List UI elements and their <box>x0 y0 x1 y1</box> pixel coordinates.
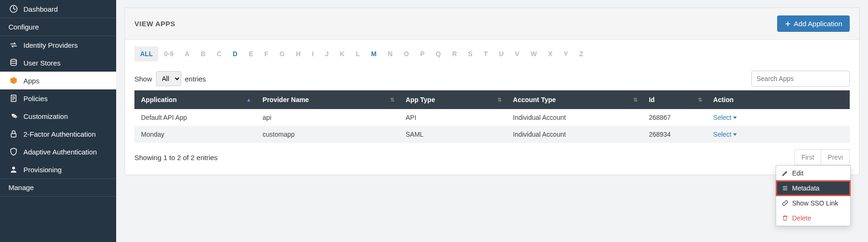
sidebar-item-2fa[interactable]: 2-Factor Authentication <box>0 125 116 143</box>
dropdown-delete[interactable]: Delete <box>776 211 850 226</box>
alpha-m[interactable]: M <box>365 46 382 61</box>
alpha-q[interactable]: Q <box>430 46 446 61</box>
alpha-j[interactable]: J <box>319 46 334 61</box>
sidebar-item-apps[interactable]: Apps <box>0 72 116 89</box>
wrench-icon <box>8 112 19 120</box>
alpha-i[interactable]: I <box>306 46 319 61</box>
cell-account-type: Individual Account <box>506 109 642 126</box>
cube-icon <box>8 76 19 85</box>
alpha-t[interactable]: T <box>478 46 494 61</box>
entries-select[interactable]: All <box>156 71 181 86</box>
user-icon <box>8 165 19 174</box>
list-icon <box>782 185 788 191</box>
cell-provider: api <box>256 109 399 126</box>
sidebar-item-label: User Stores <box>23 59 60 67</box>
alpha-s[interactable]: S <box>462 46 478 61</box>
link-icon <box>782 200 788 206</box>
dropdown-show-sso[interactable]: Show SSO Link <box>776 196 850 211</box>
sidebar-item-label: Dashboard <box>23 5 58 13</box>
action-dropdown: Edit Metadata Show SSO Link <box>776 165 851 226</box>
col-id[interactable]: Id ⇅ <box>642 90 706 109</box>
table-row: Monday customapp SAML Individual Account… <box>134 126 850 143</box>
dropdown-edit[interactable]: Edit <box>776 166 850 181</box>
alpha-filter: ALL 0-9 A B C D E F G H I J K L M N O <box>134 46 850 61</box>
alpha-x[interactable]: X <box>542 46 558 61</box>
search-box <box>751 71 850 87</box>
col-provider[interactable]: Provider Name ⇅ <box>256 90 399 109</box>
col-app-type[interactable]: App Type ⇅ <box>399 90 506 109</box>
caret-down-icon <box>733 133 737 136</box>
sidebar-item-label: Customization <box>23 112 68 120</box>
pager-first[interactable]: First <box>794 149 821 165</box>
sidebar-item-user-stores[interactable]: User Stores <box>0 54 116 72</box>
show-label: Show <box>134 75 152 83</box>
cell-provider: customapp <box>256 126 399 143</box>
dropdown-metadata[interactable]: Metadata <box>776 181 850 196</box>
sidebar-item-label: Adaptive Authentication <box>23 148 97 156</box>
add-application-label: Add Application <box>794 20 842 28</box>
sort-icon: ⇅ <box>698 97 702 103</box>
alpha-c[interactable]: C <box>211 46 227 61</box>
apps-table: Application ▲ Provider Name ⇅ App Type ⇅ <box>134 90 850 143</box>
sidebar-section-manage: Manage <box>0 178 116 197</box>
cell-application: Monday <box>134 126 256 143</box>
select-action[interactable]: Select <box>713 114 737 121</box>
alpha-n[interactable]: N <box>382 46 398 61</box>
cell-id: 268867 <box>642 109 706 126</box>
alpha-l[interactable]: L <box>350 46 366 61</box>
svg-rect-6 <box>11 133 16 137</box>
sidebar-item-provisioning[interactable]: Provisioning <box>0 161 116 178</box>
sidebar-section-configure: Configure <box>0 18 116 36</box>
select-action[interactable]: Select <box>713 131 737 138</box>
sidebar-item-label: Identity Providers <box>23 41 78 49</box>
cell-id: 268934 <box>642 126 706 143</box>
alpha-z[interactable]: Z <box>574 46 589 61</box>
alpha-b[interactable]: B <box>195 46 211 61</box>
add-application-button[interactable]: Add Application <box>777 15 850 32</box>
alpha-0-9[interactable]: 0-9 <box>158 46 179 61</box>
cell-app-type: SAML <box>399 126 506 143</box>
sidebar-item-dashboard[interactable]: Dashboard <box>0 0 116 18</box>
alpha-p[interactable]: P <box>415 46 430 61</box>
alpha-o[interactable]: O <box>398 46 415 61</box>
panel-header: VIEW APPS Add Application <box>125 8 859 40</box>
col-application[interactable]: Application ▲ <box>134 90 256 109</box>
alpha-k[interactable]: K <box>334 46 350 61</box>
alpha-a[interactable]: A <box>179 46 195 61</box>
sidebar-item-identity-providers[interactable]: Identity Providers <box>0 36 116 54</box>
sidebar-item-label: 2-Factor Authentication <box>23 130 96 138</box>
sidebar-item-adaptive-auth[interactable]: Adaptive Authentication <box>0 143 116 161</box>
lock-icon <box>8 130 19 138</box>
alpha-g[interactable]: G <box>274 46 290 61</box>
document-icon <box>8 94 19 103</box>
alpha-f[interactable]: F <box>259 46 274 61</box>
swap-icon <box>8 41 19 49</box>
sidebar-item-customization[interactable]: Customization <box>0 107 116 125</box>
pager: First Previ <box>794 149 850 165</box>
sort-icon: ⇅ <box>633 97 638 103</box>
svg-point-7 <box>12 167 15 169</box>
caret-down-icon <box>733 117 737 119</box>
alpha-h[interactable]: H <box>290 46 306 61</box>
sort-asc-icon: ▲ <box>246 97 252 103</box>
search-input[interactable] <box>751 71 850 87</box>
pager-previous[interactable]: Previ <box>821 149 850 165</box>
sidebar-item-policies[interactable]: Policies <box>0 89 116 107</box>
alpha-v[interactable]: V <box>509 46 525 61</box>
table-footer: Showing 1 to 2 of 2 entries First Previ <box>134 143 850 165</box>
main-content: VIEW APPS Add Application ALL 0-9 A B C … <box>116 0 868 242</box>
alpha-all[interactable]: ALL <box>134 46 158 61</box>
plus-icon <box>785 21 791 27</box>
edit-icon <box>782 170 788 176</box>
alpha-d[interactable]: D <box>227 46 243 61</box>
alpha-y[interactable]: Y <box>558 46 573 61</box>
entries-label: entries <box>185 75 206 83</box>
alpha-u[interactable]: U <box>493 46 509 61</box>
dashboard-icon <box>8 5 19 13</box>
cell-app-type: API <box>399 109 506 126</box>
shield-icon <box>8 147 19 156</box>
alpha-r[interactable]: R <box>446 46 462 61</box>
alpha-e[interactable]: E <box>243 46 259 61</box>
col-account-type[interactable]: Account Type ⇅ <box>506 90 642 109</box>
alpha-w[interactable]: W <box>525 46 542 61</box>
